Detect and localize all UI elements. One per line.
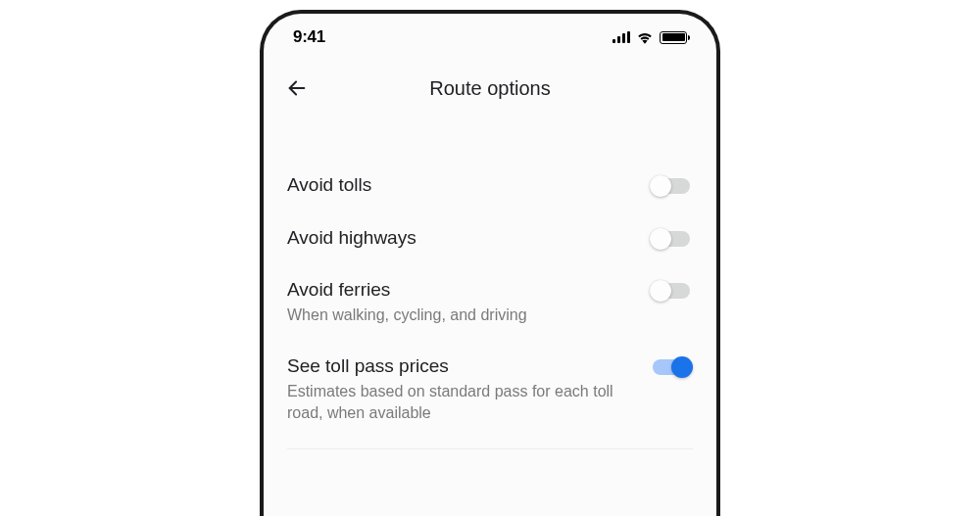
- phone-frame: 9:41 Route options: [260, 10, 720, 516]
- toggle-avoid-ferries[interactable]: [650, 280, 693, 302]
- setting-label: See toll pass prices: [287, 353, 634, 379]
- setting-avoid-highways[interactable]: Avoid highways: [287, 211, 693, 264]
- setting-text: Avoid tolls: [287, 172, 634, 198]
- setting-label: Avoid ferries: [287, 277, 634, 303]
- toggle-toll-pass-prices[interactable]: [650, 356, 693, 378]
- status-time: 9:41: [293, 27, 325, 47]
- setting-text: Avoid highways: [287, 225, 634, 251]
- back-button[interactable]: [283, 74, 311, 102]
- setting-text: Avoid ferries When walking, cycling, and…: [287, 277, 634, 326]
- setting-label: Avoid tolls: [287, 172, 634, 198]
- setting-avoid-tolls[interactable]: Avoid tolls: [287, 159, 693, 211]
- setting-toll-pass-prices[interactable]: See toll pass prices Estimates based on …: [287, 340, 693, 438]
- battery-icon: [660, 31, 687, 44]
- setting-label: Avoid highways: [287, 225, 634, 251]
- setting-subtitle: Estimates based on standard pass for eac…: [287, 381, 634, 425]
- toggle-avoid-tolls[interactable]: [650, 175, 693, 197]
- cellular-signal-icon: [612, 31, 630, 43]
- setting-text: See toll pass prices Estimates based on …: [287, 353, 634, 424]
- divider: [287, 448, 693, 449]
- setting-avoid-ferries[interactable]: Avoid ferries When walking, cycling, and…: [287, 263, 693, 340]
- wifi-icon: [636, 30, 654, 44]
- settings-list: Avoid tolls Avoid highways Avoid ferries…: [264, 119, 716, 449]
- arrow-left-icon: [286, 77, 308, 99]
- page-title: Route options: [429, 77, 550, 100]
- status-icons: [612, 30, 687, 44]
- toggle-avoid-highways[interactable]: [650, 228, 693, 250]
- status-bar: 9:41: [264, 14, 716, 57]
- app-header: Route options: [264, 57, 716, 119]
- setting-subtitle: When walking, cycling, and driving: [287, 305, 634, 326]
